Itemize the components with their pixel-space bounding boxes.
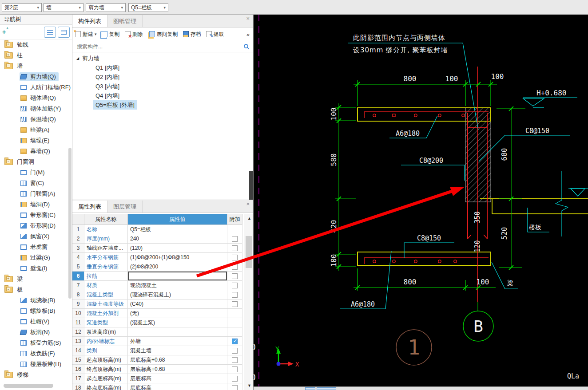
extra-checkbox[interactable] xyxy=(232,357,238,363)
sidebar-vertical-scrollbar[interactable] xyxy=(68,148,72,299)
property-name[interactable]: 垂直分布钢筋 xyxy=(84,262,128,272)
sidebar-item-door-connected-window[interactable]: 门联窗(A) xyxy=(0,189,72,199)
extra-checkbox[interactable] xyxy=(232,385,238,390)
component-item[interactable]: Q3 [内墙] xyxy=(72,82,253,91)
sidebar-item-slab-main-rebar[interactable]: 板受力筋(S) xyxy=(0,338,72,348)
list-view-button[interactable] xyxy=(44,27,56,38)
cad-viewport[interactable]: B 1 此阴影范围内节点与两侧墙体 设30mm 缝分开, 聚苯板封堵 800 1… xyxy=(254,15,588,386)
property-name[interactable]: 厚度(mm) xyxy=(84,234,128,244)
type-select[interactable]: 剪力墙 ▾ xyxy=(86,3,126,12)
property-name[interactable]: 拉筋 xyxy=(84,272,128,281)
component-item[interactable]: Q2 [内墙] xyxy=(72,72,253,82)
property-value-edit-input[interactable] xyxy=(128,272,227,280)
sidebar-item-insulation-wall[interactable]: 保温墙(Q) xyxy=(0,114,72,125)
close-icon[interactable]: × xyxy=(246,201,250,207)
extra-checkbox[interactable] xyxy=(232,376,238,382)
scrollbar-thumb[interactable] xyxy=(246,236,252,268)
category-select[interactable]: 墙 ▾ xyxy=(44,3,83,12)
new-button[interactable]: 新建 ▾ xyxy=(75,31,97,38)
sidebar-item-column-cap[interactable]: 柱帽(V) xyxy=(0,316,72,327)
sidebar-item-shear-wall[interactable]: 剪力墙(Q) xyxy=(0,71,72,82)
component-select[interactable]: Q5=栏板 ▾ xyxy=(128,3,168,12)
panel-view-button[interactable] xyxy=(58,27,70,38)
sidebar-item-masonry-reinforcement[interactable]: 砌体加筋(Y) xyxy=(0,103,72,114)
archive-button[interactable]: 存档 xyxy=(183,31,201,38)
delete-button[interactable]: 删除 xyxy=(125,31,143,38)
property-value[interactable]: (现浇碎石混凝土) xyxy=(128,290,227,299)
property-name[interactable]: 名称 xyxy=(84,225,128,234)
expand-icon[interactable]: ◢ xyxy=(76,54,82,63)
add-icon[interactable]: + xyxy=(2,28,11,35)
property-value[interactable]: (C40) xyxy=(128,299,227,309)
property-value[interactable]: (混凝土泵) xyxy=(128,318,227,327)
extra-checkbox[interactable] xyxy=(232,339,238,344)
property-value[interactable]: (1)Φ8@200+(1)Φ8@150 xyxy=(128,253,227,262)
sidebar-item-strip-window[interactable]: 带形窗(C) xyxy=(0,210,72,221)
extra-checkbox[interactable] xyxy=(232,273,238,279)
component-tree-root[interactable]: ◢剪力墙 xyxy=(72,54,253,63)
property-value[interactable]: 层底标高+0.68 xyxy=(128,355,227,365)
close-icon[interactable]: × xyxy=(246,16,250,21)
sidebar-item-bay-window[interactable]: 飘窗(X) xyxy=(0,231,72,242)
property-value[interactable]: 层底标高 xyxy=(128,383,227,390)
sidebar-item-folder-wall[interactable]: -墙 xyxy=(0,61,72,71)
sidebar-item-concealed-beam[interactable]: 暗梁(A) xyxy=(0,125,72,135)
extract-button[interactable]: 提取 xyxy=(206,31,224,38)
property-name[interactable]: 泵送类型 xyxy=(84,318,128,327)
tab-property-list[interactable]: 属性列表 xyxy=(72,201,107,213)
property-name[interactable]: 材质 xyxy=(84,281,128,290)
scroll-up-icon[interactable]: ▲ xyxy=(247,216,251,221)
sidebar-item-floor-slab-band[interactable]: 楼层板带(H) xyxy=(0,359,72,370)
property-value[interactable]: 外墙 xyxy=(128,337,227,346)
sidebar-item-folder-axis[interactable]: +轴线 xyxy=(0,39,72,50)
component-item[interactable]: Q4 [内墙] xyxy=(72,91,253,100)
property-name[interactable]: 终点底标高(m) xyxy=(84,383,128,390)
component-item[interactable]: Q1 [内墙] xyxy=(72,63,253,72)
sidebar-item-folder-beam[interactable]: +梁 xyxy=(0,274,72,284)
property-value[interactable]: (无) xyxy=(128,309,227,318)
sidebar-item-civil-defense-door-frame-wall[interactable]: 人防门框墙(RF) xyxy=(0,82,72,93)
property-panel-scrollbar[interactable]: ▲ ▼ xyxy=(244,214,253,390)
property-value[interactable] xyxy=(128,327,227,337)
floor-select[interactable]: 第2层 ▾ xyxy=(2,3,42,12)
component-panel-scrollbar[interactable] xyxy=(249,171,253,200)
more-tools-button[interactable]: » xyxy=(246,31,250,38)
sidebar-horizontal-scrollbar[interactable] xyxy=(4,384,53,388)
property-name[interactable]: 轴线距左墙皮... xyxy=(84,244,128,253)
sidebar-item-folder-openings[interactable]: -门窗洞 xyxy=(0,157,72,167)
property-value[interactable]: 240 xyxy=(128,234,227,244)
copy-button[interactable]: 复制 xyxy=(102,31,120,38)
extra-checkbox[interactable] xyxy=(232,366,238,372)
property-value[interactable]: (120) xyxy=(128,244,227,253)
sidebar-item-cast-in-place-slab[interactable]: 现浇板(B) xyxy=(0,295,72,306)
tab-component-list[interactable]: 构件列表 xyxy=(72,15,107,27)
property-value[interactable]: 层底标高+0.68 xyxy=(128,365,227,374)
property-name[interactable]: 混凝土外加剂 xyxy=(84,309,128,318)
sidebar-item-slab-hole[interactable]: 板洞(N) xyxy=(0,327,72,338)
sidebar-item-folder-column[interactable]: +柱 xyxy=(0,50,72,61)
property-name[interactable]: 水平分布钢筋 xyxy=(84,253,128,262)
extra-checkbox[interactable] xyxy=(232,283,238,288)
sidebar-item-strip-hole[interactable]: 带形洞(D) xyxy=(0,221,72,231)
sidebar-item-lintel[interactable]: 过梁(G) xyxy=(0,252,72,263)
extra-checkbox[interactable] xyxy=(232,255,238,260)
tab-drawing-management[interactable]: 图纸管理 xyxy=(107,15,143,27)
property-name[interactable]: 类别 xyxy=(84,346,128,355)
view-bar-button[interactable] xyxy=(317,387,336,390)
property-value[interactable]: Q5=栏板 xyxy=(128,225,227,234)
component-item[interactable]: Q5=栏板 [外墙] xyxy=(72,100,253,110)
interlayer-copy-button[interactable]: 层间复制 xyxy=(148,31,178,38)
property-name[interactable]: 混凝土强度等级 xyxy=(84,299,128,309)
property-value[interactable]: (2)Φ8@200 xyxy=(128,262,227,272)
sidebar-item-spiral-slab[interactable]: 螺旋板(B) xyxy=(0,306,72,316)
sidebar-item-niche[interactable]: 壁龛(I) xyxy=(0,263,72,274)
property-name[interactable]: 混凝土类型 xyxy=(84,290,128,299)
sidebar-item-window[interactable]: 窗(C) xyxy=(0,178,72,189)
search-icon[interactable] xyxy=(243,43,250,50)
tab-layer-management[interactable]: 图层管理 xyxy=(107,201,143,213)
property-value[interactable]: 混凝土墙 xyxy=(128,346,227,355)
sidebar-item-folder-stairs[interactable]: +楼梯 xyxy=(0,370,72,380)
sidebar-item-dormer-window[interactable]: 老虎窗 xyxy=(0,242,72,252)
sidebar-item-curtain-wall[interactable]: 幕墙(Q) xyxy=(0,146,72,157)
extra-checkbox[interactable] xyxy=(232,236,238,242)
